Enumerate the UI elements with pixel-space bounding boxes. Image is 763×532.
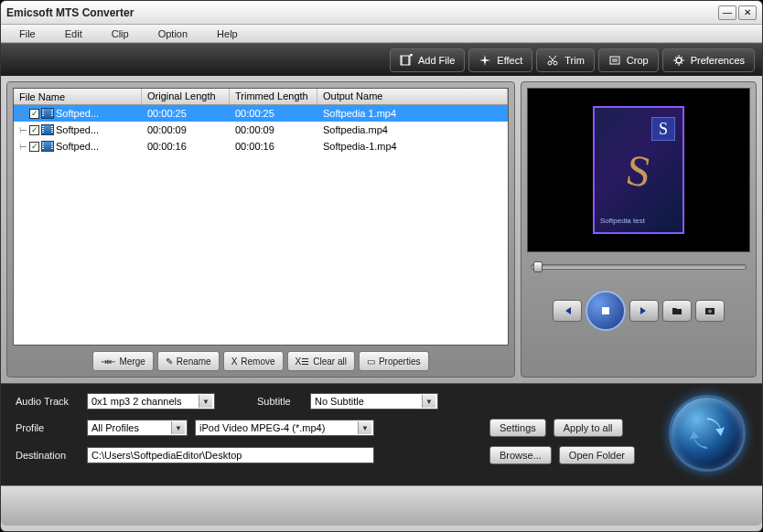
gear-icon (672, 54, 685, 67)
apply-to-all-button[interactable]: Apply to all (553, 419, 623, 437)
preview-swirl-icon: S (622, 144, 655, 197)
close-button[interactable]: ✕ (738, 5, 757, 20)
svg-point-7 (676, 58, 682, 63)
x-icon: X (231, 356, 238, 367)
add-file-label: Add File (418, 55, 455, 66)
svg-point-10 (708, 310, 712, 314)
add-file-button[interactable]: Add File (390, 48, 465, 72)
clear-all-button[interactable]: X☰Clear all (287, 351, 355, 371)
row-checkbox[interactable]: ✓ (29, 142, 39, 152)
preview-logo-icon: S (651, 117, 675, 141)
cell-filename: ⊢✓Softped... (14, 140, 142, 153)
toolbar: Add File Effect Trim Crop Preferences (1, 43, 762, 76)
menu-edit[interactable]: Edit (50, 27, 97, 41)
cell-output-name: Softpedia-1.mp4 (317, 140, 508, 153)
cell-trimmed-length: 00:00:25 (230, 107, 317, 120)
effect-button[interactable]: Effect (468, 48, 532, 72)
audio-track-combo[interactable]: 0x1 mp3 2 channels (87, 393, 215, 410)
cell-trimmed-length: 00:00:16 (230, 140, 317, 153)
trim-button[interactable]: Trim (536, 48, 595, 72)
merge-button[interactable]: ⇥⇤Merge (92, 351, 153, 371)
titlebar: Emicsoft MTS Converter — ✕ (1, 1, 762, 25)
open-folder-button[interactable]: Open Folder (559, 446, 635, 464)
prev-button[interactable] (553, 300, 582, 322)
svg-rect-2 (408, 56, 410, 65)
row-checkbox[interactable]: ✓ (29, 109, 39, 119)
profile-label: Profile (16, 422, 80, 433)
crop-button[interactable]: Crop (598, 48, 659, 72)
video-file-icon (41, 141, 54, 152)
film-add-icon (400, 54, 413, 67)
profile-format-combo[interactable]: iPod Video MPEG-4 (*.mp4) (195, 420, 374, 436)
minimize-button[interactable]: — (718, 5, 736, 20)
crop-label: Crop (627, 55, 649, 66)
snapshot-button[interactable] (695, 300, 725, 322)
player-controls (527, 285, 750, 336)
cell-original-length: 00:00:09 (142, 123, 230, 136)
table-row[interactable]: ⊢✓Softped...00:00:1600:00:16Softpedia-1.… (14, 138, 508, 154)
properties-button[interactable]: ▭Properties (359, 351, 429, 371)
preview-thumbnail: S S Softpedia test (593, 106, 684, 234)
preview-thumb-label: Softpedia test (600, 217, 645, 225)
merge-icon: ⇥⇤ (101, 356, 115, 367)
col-header-output-name[interactable]: Output Name (317, 89, 508, 104)
tree-branch-icon: ⊢ (19, 109, 27, 119)
convert-button[interactable] (669, 395, 746, 472)
trim-label: Trim (564, 55, 585, 66)
list-actions: ⇥⇤Merge ✎Rename XRemove X☰Clear all ▭Pro… (13, 351, 509, 371)
cell-original-length: 00:00:16 (142, 140, 230, 153)
settings-button[interactable]: Settings (489, 419, 546, 437)
subtitle-combo[interactable]: No Subtitle (310, 393, 438, 410)
destination-label: Destination (16, 450, 80, 461)
cell-filename: ⊢✓Softped... (14, 107, 142, 120)
preferences-label: Preferences (691, 55, 745, 66)
tree-branch-icon: ⊢ (19, 142, 27, 152)
remove-button[interactable]: XRemove (223, 351, 284, 371)
effect-label: Effect (497, 55, 522, 66)
seek-slider[interactable] (531, 260, 747, 274)
window-title: Emicsoft MTS Converter (6, 6, 718, 19)
col-header-filename[interactable]: File Name (14, 89, 142, 104)
cell-output-name: Softpedia 1.mp4 (317, 107, 508, 120)
sparkle-icon (478, 54, 491, 67)
table-row[interactable]: ⊢✓Softped...00:00:2500:00:25Softpedia 1.… (14, 105, 508, 122)
cell-output-name: Softpedia.mp4 (317, 123, 508, 136)
bottom-settings: Audio Track 0x1 mp3 2 channels Subtitle … (1, 383, 762, 485)
col-header-original-length[interactable]: Original Length (142, 89, 230, 104)
menu-file[interactable]: File (5, 27, 50, 41)
file-list-panel: File Name Original Length Trimmed Length… (6, 81, 515, 378)
profile-group-combo[interactable]: All Profiles (87, 420, 188, 436)
preview-screen: S S Softpedia test (527, 88, 750, 252)
stop-button[interactable] (586, 291, 626, 331)
crop-icon (608, 54, 621, 67)
pencil-icon: ✎ (166, 356, 173, 367)
svg-rect-8 (602, 307, 609, 314)
preview-panel: S S Softpedia test (521, 81, 757, 378)
list-header: File Name Original Length Trimmed Length… (14, 89, 508, 105)
menu-clip[interactable]: Clip (97, 27, 144, 41)
preferences-button[interactable]: Preferences (662, 48, 755, 72)
subtitle-label: Subtitle (257, 396, 303, 407)
seek-thumb[interactable] (533, 261, 543, 272)
menu-help[interactable]: Help (202, 27, 253, 41)
col-header-trimmed-length[interactable]: Trimmed Length (230, 89, 317, 104)
table-row[interactable]: ⊢✓Softped...00:00:0900:00:09Softpedia.mp… (14, 122, 508, 138)
main-area: File Name Original Length Trimmed Length… (1, 76, 762, 383)
app-window: Emicsoft MTS Converter — ✕ File Edit Cli… (0, 0, 763, 532)
svg-rect-6 (612, 59, 618, 62)
clear-icon: X☰ (296, 356, 310, 367)
row-checkbox[interactable]: ✓ (29, 125, 39, 135)
menu-option[interactable]: Option (144, 27, 202, 41)
menubar: File Edit Clip Option Help (1, 25, 762, 43)
cell-original-length: 00:00:25 (142, 107, 230, 120)
properties-icon: ▭ (367, 356, 375, 367)
rename-button[interactable]: ✎Rename (157, 351, 220, 371)
cell-filename: ⊢✓Softped... (14, 123, 142, 136)
file-list[interactable]: File Name Original Length Trimmed Length… (13, 88, 509, 346)
destination-input[interactable]: C:\Users\SoftpediaEditor\Desktop (87, 447, 374, 463)
svg-rect-1 (401, 56, 403, 65)
open-button[interactable] (662, 300, 692, 322)
next-button[interactable] (629, 300, 659, 322)
video-file-icon (41, 124, 54, 135)
browse-button[interactable]: Browse... (489, 446, 552, 464)
